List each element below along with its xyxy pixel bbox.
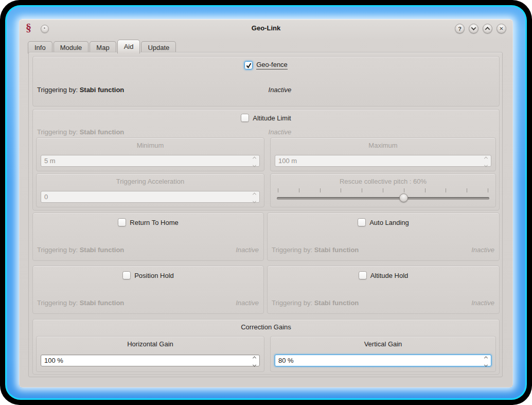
minimum-group-title: Minimum (37, 142, 264, 149)
slider-groove[interactable] (277, 197, 489, 200)
spin-up-button[interactable] (253, 353, 256, 360)
maximum-group: Maximum 100 m (270, 137, 496, 171)
spin-up-button[interactable] (253, 153, 256, 161)
maximize-button[interactable] (483, 24, 492, 33)
window-controls: ? ✕ (455, 24, 506, 33)
spin-buttons (249, 353, 259, 368)
altitude-limit-status: Inactive (269, 128, 292, 136)
vertical-gain-value[interactable]: 80 % (275, 357, 481, 364)
rescue-pitch-slider[interactable] (275, 186, 491, 206)
horizontal-gain-spinbox[interactable]: 100 % (41, 355, 260, 366)
correction-gains-title: Correction Gains (33, 323, 499, 331)
triggering-acceleration-value[interactable]: 0 (41, 193, 249, 201)
window-title: Geo-Link (19, 24, 513, 32)
rescue-pitch-title: Rescue collective pitch : 60% (271, 178, 495, 185)
maximum-value[interactable]: 100 m (275, 157, 481, 165)
chevron-up-icon (485, 27, 490, 32)
chevron-down-icon (471, 25, 476, 30)
spin-down-button[interactable] (485, 361, 487, 368)
maximum-group-title: Maximum (271, 142, 495, 149)
auto-landing-status: Inactive (471, 246, 494, 254)
check-icon (245, 62, 252, 69)
altitude-hold-group: Altitude Hold Triggering by: Stabi funct… (267, 266, 500, 314)
altitude-limit-checkbox[interactable] (241, 114, 249, 122)
vertical-gain-group: Vertical Gain 80 % (270, 336, 496, 372)
spin-buttons (481, 153, 491, 169)
maximum-spinbox[interactable]: 100 m (275, 155, 491, 167)
altitude-limit-group: Altitude Limit Triggering by: Stabi func… (32, 109, 500, 210)
position-hold-status: Inactive (236, 299, 259, 307)
altitude-hold-status: Inactive (471, 299, 494, 307)
auto-landing-group: Auto Landing Triggering by: Stabi functi… (267, 213, 500, 261)
altitude-hold-checkbox[interactable] (359, 271, 367, 279)
altitude-hold-checkbox-label[interactable]: Altitude Hold (370, 272, 409, 279)
spin-up-button[interactable] (485, 153, 487, 161)
position-hold-triggering-text: Triggering by: Stabi function (37, 299, 124, 307)
vertical-gain-spinbox[interactable]: 80 % (275, 355, 491, 366)
minimum-value[interactable]: 5 m (41, 157, 249, 165)
slider-handle[interactable] (399, 193, 408, 202)
spin-up-button[interactable] (485, 353, 487, 360)
horizontal-gain-title: Horizontal Gain (37, 340, 264, 348)
close-icon: ✕ (499, 26, 503, 31)
geo-link-window: § Geo-Link ? ✕ Info Module Map Aid Updat… (19, 19, 513, 388)
altitude-hold-triggering-text: Triggering by: Stabi function (272, 299, 359, 307)
position-hold-group: Position Hold Triggering by: Stabi funct… (32, 266, 264, 314)
spin-up-button[interactable] (253, 189, 256, 197)
return-to-home-checkbox[interactable] (118, 218, 126, 226)
return-to-home-checkbox-label[interactable]: Return To Home (130, 219, 178, 226)
aid-tab-panel: Geo-fence Triggering by: Stabi function … (28, 52, 503, 377)
geofence-checkbox-label[interactable]: Geo-fence (256, 61, 288, 69)
position-hold-checkbox[interactable] (122, 271, 131, 279)
position-hold-checkbox-label[interactable]: Position Hold (134, 272, 174, 279)
auto-landing-triggering-text: Triggering by: Stabi function (272, 246, 359, 254)
auto-landing-checkbox[interactable] (358, 218, 366, 226)
triggering-acceleration-group: Triggering Acceleration 0 (36, 173, 264, 207)
spin-buttons (481, 353, 491, 368)
spin-down-button[interactable] (253, 197, 256, 205)
spin-buttons (249, 153, 259, 169)
triggering-acceleration-title: Triggering Acceleration (37, 178, 264, 185)
spin-down-button[interactable] (253, 361, 256, 368)
horizontal-gain-value[interactable]: 100 % (41, 357, 249, 364)
altitude-limit-triggering-text: Triggering by: Stabi function (37, 128, 124, 136)
horizontal-gain-group: Horizontal Gain 100 % (36, 336, 264, 372)
return-to-home-triggering-text: Triggering by: Stabi function (37, 246, 124, 254)
altitude-limit-checkbox-label[interactable]: Altitude Limit (253, 114, 291, 122)
spin-down-button[interactable] (485, 161, 487, 169)
screenshot-background: § Geo-Link ? ✕ Info Module Map Aid Updat… (0, 0, 532, 405)
slider-ticks (278, 188, 488, 192)
window-outer-mask: § Geo-Link ? ✕ Info Module Map Aid Updat… (0, 0, 532, 405)
minimize-button[interactable] (469, 24, 478, 33)
geofence-group: Geo-fence Triggering by: Stabi function … (32, 56, 500, 107)
minimum-group: Minimum 5 m (36, 137, 264, 171)
vertical-gain-title: Vertical Gain (271, 340, 495, 348)
help-button[interactable]: ? (455, 24, 465, 33)
tab-aid[interactable]: Aid (117, 40, 140, 54)
geofence-checkbox[interactable] (244, 61, 253, 69)
geofence-triggering-text: Triggering by: Stabi function (37, 86, 124, 94)
minimum-spinbox[interactable]: 5 m (41, 155, 260, 167)
rescue-pitch-group: Rescue collective pitch : 60% (270, 173, 496, 207)
spin-buttons (249, 189, 259, 205)
close-button[interactable]: ✕ (496, 24, 506, 33)
tab-bar: Info Module Map Aid Update (28, 40, 177, 54)
geofence-status: Inactive (269, 86, 292, 94)
spin-down-button[interactable] (253, 161, 256, 169)
return-to-home-group: Return To Home Triggering by: Stabi func… (32, 213, 264, 261)
return-to-home-status: Inactive (236, 246, 259, 254)
correction-gains-group: Correction Gains Horizontal Gain 100 % V… (32, 319, 500, 375)
auto-landing-checkbox-label[interactable]: Auto Landing (369, 219, 409, 226)
help-icon: ? (458, 26, 462, 32)
triggering-acceleration-spinbox[interactable]: 0 (41, 191, 260, 203)
titlebar[interactable]: § Geo-Link ? ✕ (19, 20, 513, 39)
